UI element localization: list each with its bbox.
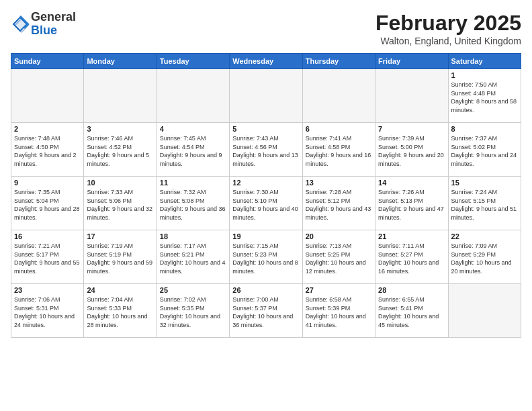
day-number: 16 xyxy=(14,232,81,240)
calendar-cell: 19Sunrise: 7:15 AM Sunset: 5:23 PM Dayli… xyxy=(230,230,302,284)
day-info: Sunrise: 7:00 AM Sunset: 5:37 PM Dayligh… xyxy=(232,295,299,329)
day-number: 8 xyxy=(451,125,518,133)
calendar-cell: 17Sunrise: 7:19 AM Sunset: 5:19 PM Dayli… xyxy=(84,230,157,284)
col-tuesday: Tuesday xyxy=(157,54,229,69)
day-number: 17 xyxy=(87,232,153,240)
day-number: 28 xyxy=(378,286,445,294)
logo-icon xyxy=(11,15,30,34)
calendar-cell: 24Sunrise: 7:04 AM Sunset: 5:33 PM Dayli… xyxy=(84,284,157,338)
day-info: Sunrise: 7:28 AM Sunset: 5:12 PM Dayligh… xyxy=(306,188,372,222)
day-number: 23 xyxy=(14,286,81,294)
month-title: February 2025 xyxy=(375,11,521,36)
day-number: 3 xyxy=(87,125,153,133)
calendar-cell: 10Sunrise: 7:33 AM Sunset: 5:06 PM Dayli… xyxy=(84,177,157,230)
day-info: Sunrise: 7:48 AM Sunset: 4:50 PM Dayligh… xyxy=(14,134,81,168)
calendar-cell: 22Sunrise: 7:09 AM Sunset: 5:29 PM Dayli… xyxy=(448,230,521,284)
calendar-cell xyxy=(157,69,229,123)
day-number: 20 xyxy=(306,232,372,240)
day-info: Sunrise: 7:11 AM Sunset: 5:27 PM Dayligh… xyxy=(378,242,445,275)
day-info: Sunrise: 7:37 AM Sunset: 5:02 PM Dayligh… xyxy=(451,134,518,168)
calendar-cell: 12Sunrise: 7:30 AM Sunset: 5:10 PM Dayli… xyxy=(230,177,302,230)
header: General Blue February 2025 Walton, Engla… xyxy=(11,11,521,46)
day-number: 27 xyxy=(306,286,372,294)
calendar-cell: 15Sunrise: 7:24 AM Sunset: 5:15 PM Dayli… xyxy=(448,177,521,230)
calendar-header-row: Sunday Monday Tuesday Wednesday Thursday… xyxy=(11,54,521,69)
calendar-cell: 23Sunrise: 7:06 AM Sunset: 5:31 PM Dayli… xyxy=(11,284,84,338)
calendar-cell: 25Sunrise: 7:02 AM Sunset: 5:35 PM Dayli… xyxy=(157,284,229,338)
col-friday: Friday xyxy=(375,54,448,69)
col-wednesday: Wednesday xyxy=(230,54,302,69)
day-info: Sunrise: 7:46 AM Sunset: 4:52 PM Dayligh… xyxy=(87,134,153,168)
calendar-cell: 14Sunrise: 7:26 AM Sunset: 5:13 PM Dayli… xyxy=(375,177,448,230)
day-info: Sunrise: 7:15 AM Sunset: 5:23 PM Dayligh… xyxy=(232,242,299,275)
day-number: 15 xyxy=(451,179,518,187)
day-info: Sunrise: 7:39 AM Sunset: 5:00 PM Dayligh… xyxy=(378,134,445,168)
location: Walton, England, United Kingdom xyxy=(375,36,521,46)
calendar-week-3: 9Sunrise: 7:35 AM Sunset: 5:04 PM Daylig… xyxy=(11,177,521,230)
day-number: 9 xyxy=(14,179,81,187)
calendar-cell xyxy=(84,69,157,123)
day-number: 24 xyxy=(87,286,153,294)
day-number: 1 xyxy=(451,71,518,79)
day-number: 5 xyxy=(232,125,299,133)
page: General Blue February 2025 Walton, Engla… xyxy=(0,0,532,411)
day-info: Sunrise: 7:02 AM Sunset: 5:35 PM Dayligh… xyxy=(160,295,226,329)
day-info: Sunrise: 7:50 AM Sunset: 4:48 PM Dayligh… xyxy=(451,81,518,114)
day-info: Sunrise: 7:45 AM Sunset: 4:54 PM Dayligh… xyxy=(160,134,226,168)
day-number: 2 xyxy=(14,125,81,133)
calendar-cell: 5Sunrise: 7:43 AM Sunset: 4:56 PM Daylig… xyxy=(230,123,302,177)
calendar-cell xyxy=(302,69,375,123)
calendar-cell xyxy=(375,69,448,123)
day-number: 26 xyxy=(232,286,299,294)
day-number: 4 xyxy=(160,125,226,133)
calendar-table: Sunday Monday Tuesday Wednesday Thursday… xyxy=(11,53,521,338)
col-saturday: Saturday xyxy=(448,54,521,69)
calendar-cell: 18Sunrise: 7:17 AM Sunset: 5:21 PM Dayli… xyxy=(157,230,229,284)
calendar-cell: 8Sunrise: 7:37 AM Sunset: 5:02 PM Daylig… xyxy=(448,123,521,177)
calendar-cell: 2Sunrise: 7:48 AM Sunset: 4:50 PM Daylig… xyxy=(11,123,84,177)
calendar-week-4: 16Sunrise: 7:21 AM Sunset: 5:17 PM Dayli… xyxy=(11,230,521,284)
day-number: 7 xyxy=(378,125,445,133)
day-number: 10 xyxy=(87,179,153,187)
calendar-cell: 6Sunrise: 7:41 AM Sunset: 4:58 PM Daylig… xyxy=(302,123,375,177)
col-monday: Monday xyxy=(84,54,157,69)
calendar-week-2: 2Sunrise: 7:48 AM Sunset: 4:50 PM Daylig… xyxy=(11,123,521,177)
logo-blue: Blue xyxy=(31,24,57,37)
logo-text: General Blue xyxy=(31,11,76,38)
day-info: Sunrise: 7:24 AM Sunset: 5:15 PM Dayligh… xyxy=(451,188,518,222)
day-info: Sunrise: 7:09 AM Sunset: 5:29 PM Dayligh… xyxy=(451,242,518,275)
day-info: Sunrise: 7:43 AM Sunset: 4:56 PM Dayligh… xyxy=(232,134,299,168)
calendar-cell: 20Sunrise: 7:13 AM Sunset: 5:25 PM Dayli… xyxy=(302,230,375,284)
calendar-cell: 26Sunrise: 7:00 AM Sunset: 5:37 PM Dayli… xyxy=(230,284,302,338)
calendar-cell: 4Sunrise: 7:45 AM Sunset: 4:54 PM Daylig… xyxy=(157,123,229,177)
day-info: Sunrise: 7:19 AM Sunset: 5:19 PM Dayligh… xyxy=(87,242,153,275)
day-info: Sunrise: 7:04 AM Sunset: 5:33 PM Dayligh… xyxy=(87,295,153,329)
calendar-cell xyxy=(448,284,521,338)
calendar-cell: 28Sunrise: 6:55 AM Sunset: 5:41 PM Dayli… xyxy=(375,284,448,338)
calendar-cell: 7Sunrise: 7:39 AM Sunset: 5:00 PM Daylig… xyxy=(375,123,448,177)
day-number: 21 xyxy=(378,232,445,240)
calendar-body: 1Sunrise: 7:50 AM Sunset: 4:48 PM Daylig… xyxy=(11,69,521,338)
calendar-cell: 9Sunrise: 7:35 AM Sunset: 5:04 PM Daylig… xyxy=(11,177,84,230)
day-info: Sunrise: 7:35 AM Sunset: 5:04 PM Dayligh… xyxy=(14,188,81,222)
calendar-cell: 27Sunrise: 6:58 AM Sunset: 5:39 PM Dayli… xyxy=(302,284,375,338)
day-number: 6 xyxy=(306,125,372,133)
day-number: 25 xyxy=(160,286,226,294)
day-number: 18 xyxy=(160,232,226,240)
logo: General Blue xyxy=(11,11,76,38)
day-info: Sunrise: 7:26 AM Sunset: 5:13 PM Dayligh… xyxy=(378,188,445,222)
day-info: Sunrise: 6:58 AM Sunset: 5:39 PM Dayligh… xyxy=(306,295,372,329)
day-number: 12 xyxy=(232,179,299,187)
day-info: Sunrise: 7:32 AM Sunset: 5:08 PM Dayligh… xyxy=(160,188,226,222)
day-info: Sunrise: 7:30 AM Sunset: 5:10 PM Dayligh… xyxy=(232,188,299,222)
day-info: Sunrise: 7:13 AM Sunset: 5:25 PM Dayligh… xyxy=(306,242,372,275)
day-number: 14 xyxy=(378,179,445,187)
day-info: Sunrise: 7:33 AM Sunset: 5:06 PM Dayligh… xyxy=(87,188,153,222)
calendar-cell: 3Sunrise: 7:46 AM Sunset: 4:52 PM Daylig… xyxy=(84,123,157,177)
calendar-cell xyxy=(11,69,84,123)
day-info: Sunrise: 6:55 AM Sunset: 5:41 PM Dayligh… xyxy=(378,295,445,329)
col-sunday: Sunday xyxy=(11,54,84,69)
calendar-cell: 16Sunrise: 7:21 AM Sunset: 5:17 PM Dayli… xyxy=(11,230,84,284)
col-thursday: Thursday xyxy=(302,54,375,69)
calendar-cell: 11Sunrise: 7:32 AM Sunset: 5:08 PM Dayli… xyxy=(157,177,229,230)
